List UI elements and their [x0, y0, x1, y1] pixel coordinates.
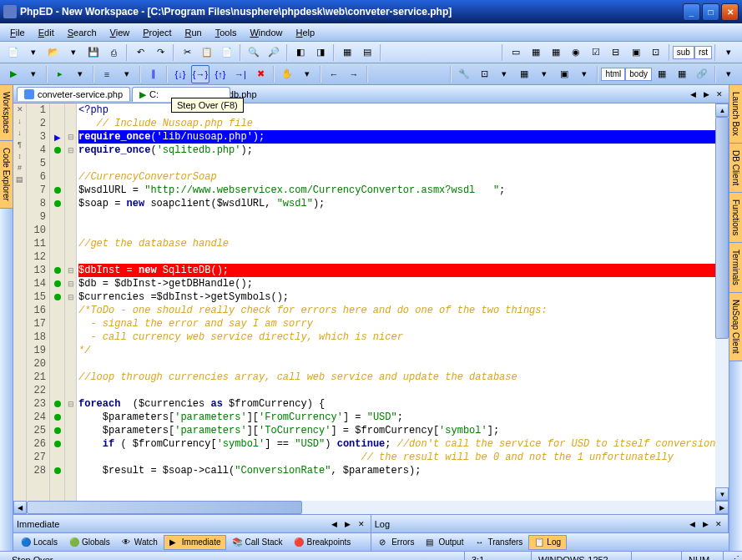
bottom-tab-output[interactable]: ▤Output [420, 535, 469, 550]
sidebar-tab-terminals[interactable]: Terminals [729, 243, 742, 293]
panel-next-button[interactable]: ▶ [342, 518, 354, 530]
panel-close-button[interactable]: ✕ [713, 518, 724, 530]
tools-button[interactable]: 🔧 [455, 65, 473, 83]
toolbar-button[interactable]: ◨ [311, 43, 330, 62]
toolbar-button[interactable]: ▾ [719, 43, 738, 62]
panel-prev-button[interactable]: ◀ [329, 518, 341, 530]
cut-button[interactable]: ✂ [178, 43, 196, 62]
toolbar-button[interactable]: ◧ [291, 43, 310, 62]
panel-next-button[interactable]: ▶ [699, 518, 711, 530]
stop-button[interactable]: ✖ [251, 65, 270, 83]
sidebar-tab-code-explorer[interactable]: Code Explorer [0, 141, 13, 209]
horizontal-scrollbar[interactable]: ◀ ▶ [13, 501, 729, 514]
toolbar-button[interactable]: ⊡ [475, 65, 493, 83]
code-editor[interactable]: ✕ ↓ ↓ ¶ ↕ # ▤ 12345678910111213141516171… [13, 103, 729, 501]
dropdown-icon[interactable]: ▾ [298, 65, 316, 83]
toolbar-button[interactable]: ▾ [535, 65, 553, 83]
save-all-button[interactable]: ⎙ [104, 43, 123, 62]
menu-view[interactable]: View [103, 26, 137, 39]
menu-run[interactable]: Run [179, 26, 209, 39]
step-out-button[interactable]: {↑} [211, 65, 230, 83]
file-tab[interactable]: conveter-service.php [17, 87, 130, 101]
scroll-down-button[interactable]: ▼ [715, 487, 729, 501]
step-button[interactable]: ≡ [98, 65, 116, 83]
toolbar-button[interactable]: ▦ [338, 43, 356, 62]
toolbar-button[interactable]: ▭ [507, 43, 525, 62]
minimize-button[interactable]: _ [683, 3, 700, 21]
bottom-tab-watch[interactable]: 👁Watch [116, 535, 164, 550]
scroll-left-button[interactable]: ◀ [13, 501, 27, 514]
nav-back-button[interactable]: ← [325, 65, 343, 83]
maximize-button[interactable]: □ [702, 3, 719, 21]
menu-project[interactable]: Project [136, 26, 178, 39]
toolbar-button[interactable]: ▦ [547, 43, 565, 62]
pause-button[interactable]: ∥ [144, 65, 163, 83]
copy-button[interactable]: 📋 [198, 43, 216, 62]
toolbar-button[interactable]: 🔗 [693, 65, 711, 83]
panel-prev-button[interactable]: ◀ [686, 518, 698, 530]
toolbar-button[interactable]: ▾ [575, 65, 593, 83]
dropdown-icon[interactable]: ▾ [71, 65, 89, 83]
open-button[interactable]: 📂 [44, 43, 63, 62]
bottom-tab-immediate[interactable]: ▶Immediate [164, 535, 227, 550]
menu-search[interactable]: Search [61, 26, 103, 39]
toolbar-label[interactable]: html [601, 68, 625, 81]
toolbar-button[interactable]: ▦ [673, 65, 691, 83]
tab-prev-button[interactable]: ◀ [687, 88, 699, 100]
find-next-button[interactable]: 🔎 [265, 43, 283, 62]
toolbar-button[interactable]: ▦ [527, 43, 545, 62]
vertical-scrollbar[interactable]: ▲ ▼ [715, 103, 729, 501]
toolbar-button[interactable]: ▦ [653, 65, 671, 83]
breakpoint-button[interactable]: ✋ [278, 65, 296, 83]
toolbar-button[interactable]: ◉ [567, 43, 585, 62]
menu-window[interactable]: Window [243, 26, 289, 39]
toolbar-button[interactable]: ▣ [627, 43, 645, 62]
bottom-tab-log[interactable]: 📋Log [528, 535, 567, 550]
toolbar-button[interactable]: ☑ [587, 43, 605, 62]
undo-button[interactable]: ↶ [131, 43, 149, 62]
tab-close-button[interactable]: ✕ [714, 88, 725, 100]
new-file-button[interactable]: 📄 [4, 43, 23, 62]
scroll-up-button[interactable]: ▲ [715, 103, 729, 117]
sidebar-tab-nusoap-client[interactable]: NuSoap Client [729, 293, 742, 361]
dropdown-icon[interactable]: ▾ [24, 65, 43, 83]
tab-next-button[interactable]: ▶ [700, 88, 712, 100]
close-button[interactable]: ✕ [721, 3, 739, 21]
paste-button[interactable]: 📄 [218, 43, 236, 62]
redo-button[interactable]: ↷ [151, 43, 169, 62]
bottom-tab-locals[interactable]: 🔵Locals [15, 535, 63, 550]
scroll-right-button[interactable]: ▶ [715, 501, 729, 514]
nav-forward-button[interactable]: → [345, 65, 363, 83]
menu-help[interactable]: Help [290, 26, 322, 39]
toolbar-button[interactable]: ▤ [358, 43, 376, 62]
save-button[interactable]: 💾 [84, 43, 103, 62]
dropdown-icon[interactable]: ▾ [64, 43, 83, 62]
fold-column[interactable]: ⊟⊟⊟⊟⊟⊟ [65, 103, 77, 501]
toolbar-button[interactable]: ⊟ [607, 43, 625, 62]
step-over-button[interactable]: {→} [191, 65, 209, 83]
run-button[interactable]: ▶ [4, 65, 23, 83]
toolbar-button[interactable]: ▾ [719, 65, 738, 83]
breakpoint-column[interactable]: ▶ [50, 103, 65, 501]
toolbar-label[interactable]: sub [673, 46, 694, 59]
sidebar-tab-workspace[interactable]: Workspace [0, 85, 13, 141]
menu-file[interactable]: File [3, 26, 32, 39]
toolbar-button[interactable]: ▦ [515, 65, 533, 83]
menu-tools[interactable]: Tools [209, 26, 244, 39]
dropdown-icon[interactable]: ▾ [24, 43, 43, 62]
sidebar-tab-launch-box[interactable]: Launch Box [729, 85, 742, 144]
toolbar-button[interactable]: ⊡ [647, 43, 665, 62]
toolbar-label[interactable]: rst [694, 46, 712, 59]
code-area[interactable]: <?php // Include Nusoap.php filerequire_… [77, 103, 715, 501]
menu-edit[interactable]: Edit [32, 26, 61, 39]
sidebar-tab-functions[interactable]: Functions [729, 193, 742, 243]
debug-button[interactable]: ▸ [51, 65, 69, 83]
bottom-tab-globals[interactable]: 🟢Globals [63, 535, 116, 550]
dropdown-icon[interactable]: ▾ [118, 65, 136, 83]
step-into-button[interactable]: {↓} [171, 65, 189, 83]
toolbar-button[interactable]: ▣ [555, 65, 573, 83]
bottom-tab-errors[interactable]: ⊘Errors [373, 535, 420, 550]
sidebar-tab-db-client[interactable]: DB Client [729, 144, 742, 193]
toolbar-button[interactable]: ▾ [495, 65, 513, 83]
bottom-tab-breakpoints[interactable]: 🔴Breakpoints [288, 535, 356, 550]
